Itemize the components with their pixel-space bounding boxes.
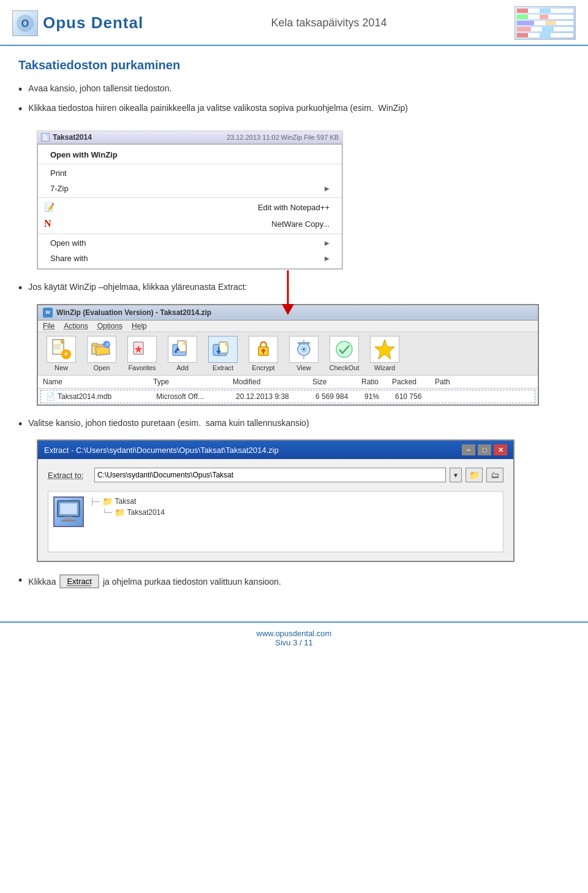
winzip-table-header: Name Type Modified Size Ratio Packed Pat… <box>38 376 538 389</box>
extract-dialog-screenshot: Extract - C:\Users\sydanti\Documents\Opu… <box>37 439 514 562</box>
col-header-path: Path <box>435 378 472 386</box>
wz-favorites-label: Favorites <box>128 364 156 371</box>
extract-title-text: Extract - C:\Users\sydanti\Documents\Opu… <box>44 446 279 455</box>
wz-btn-encrypt[interactable]: Encrypt <box>245 336 282 371</box>
instructions-list-3: • Valitse kansio, johon tiedosto puretaa… <box>18 418 570 431</box>
svg-text:+: + <box>64 350 68 359</box>
ctx-meta: 23.12.2013 11:02 WinZip File 597 KB <box>227 134 339 141</box>
footer-url: www.opusdental.com <box>12 629 576 638</box>
row-ratio: 91% <box>364 392 395 401</box>
extract-dialog-body: Extract to: ▼ 📁 🗂 ├─ <box>38 459 513 561</box>
wz-open-label: Open <box>94 364 110 371</box>
ctx-menu-print[interactable]: Print <box>38 165 342 181</box>
svg-marker-20 <box>184 341 186 344</box>
svg-marker-24 <box>225 342 228 346</box>
minimize-button[interactable]: − <box>462 444 475 455</box>
ctx-menu-netware[interactable]: N NetWare Copy... <box>38 215 342 232</box>
wz-btn-favorites[interactable]: Favorites <box>124 336 160 371</box>
svg-marker-36 <box>375 340 394 359</box>
bullet-icon-2: • <box>18 103 22 116</box>
winzip-screenshot-container: W WinZip (Evaluation Version) - Taksat20… <box>18 304 570 406</box>
instructions-list-4: • Klikkaa Extract ja ohjelma purkaa tied… <box>18 574 570 588</box>
logo-area: O Opus Dental <box>12 10 143 36</box>
notepad-icon: 📝 <box>44 202 55 212</box>
extract-to-label: Extract to: <box>48 471 91 480</box>
footer-page: Sivu 3 / 11 <box>12 638 576 647</box>
instruction-text-1: Avaa kansio, johon tallensit tiedoston. <box>28 83 172 93</box>
logo-icon: O <box>12 10 38 36</box>
svg-point-21 <box>175 351 177 353</box>
winzip-menu-actions[interactable]: Actions <box>64 322 88 330</box>
section-title: Taksatiedoston purkaminen <box>18 58 570 72</box>
wz-favorites-icon <box>127 336 157 363</box>
tree-folder-taksat2014: Taksat2014 <box>127 508 165 517</box>
winzip-app-icon: W <box>43 308 53 317</box>
ctx-menu-sharewith-label: Share with <box>50 254 88 263</box>
wz-new-icon: + <box>47 336 76 363</box>
col-header-modified: Modified <box>233 378 312 386</box>
ctx-menu-print-label: Print <box>50 169 67 178</box>
wz-view-icon <box>289 336 318 363</box>
svg-text:O: O <box>21 18 29 29</box>
ctx-menu-notepad[interactable]: 📝 Edit with Notepad++ <box>38 199 342 215</box>
wz-btn-wizard[interactable]: Wizard <box>366 336 403 371</box>
instruction-text-5: Klikkaa Extract ja ohjelma purkaa tiedos… <box>28 574 281 588</box>
table-row[interactable]: 📄 Taksat2014.mdb Microsoft Off... 20.12.… <box>40 390 535 403</box>
row-type: Microsoft Off... <box>156 392 236 401</box>
header-title: Kela taksapäivitys 2014 <box>271 17 387 29</box>
bullet-icon-4: • <box>18 418 22 431</box>
bullet-icon-5: • <box>18 574 22 588</box>
ctx-separator-2 <box>38 197 342 198</box>
ctx-menu-openwith[interactable]: Open with ▶ <box>38 235 342 251</box>
wz-open-icon: ↗ <box>87 336 116 363</box>
svg-rect-34 <box>298 342 310 344</box>
wz-btn-open[interactable]: ↗ Open <box>83 336 120 371</box>
ctx-file-icon: 📄 <box>41 133 50 142</box>
row-modified: 20.12.2013 9:38 <box>236 392 315 401</box>
close-button[interactable]: ✕ <box>494 444 507 455</box>
wz-view-label: View <box>296 364 311 371</box>
netware-n-icon: N <box>44 218 51 229</box>
ctx-titlebar: 📄 Taksat2014 23.12.2013 11:02 WinZip Fil… <box>37 131 342 144</box>
extract-inline-button[interactable]: Extract <box>59 574 99 588</box>
wz-wizard-icon <box>370 336 399 363</box>
extract-new-folder-button[interactable]: 🗂 <box>486 468 503 482</box>
red-arrow-annotation <box>263 267 312 316</box>
wz-checkout-label: CheckOut <box>330 364 360 371</box>
svg-marker-3 <box>282 304 294 315</box>
col-header-size: Size <box>312 378 361 386</box>
extract-browse-button[interactable]: 📁 <box>466 468 483 482</box>
wz-encrypt-label: Encrypt <box>252 364 274 371</box>
bullet-icon-1: • <box>18 83 22 97</box>
winzip-menu-help[interactable]: Help <box>132 322 147 330</box>
ctx-arrow-openwith: ▶ <box>325 240 330 246</box>
wz-btn-view[interactable]: View <box>285 336 322 371</box>
svg-rect-7 <box>54 344 61 346</box>
ctx-menu-open-winzip[interactable]: Open with WinZip <box>38 147 342 162</box>
maximize-button[interactable]: □ <box>478 444 491 455</box>
col-header-type: Type <box>153 378 233 386</box>
wz-btn-checkout[interactable]: CheckOut <box>326 336 363 371</box>
extract-dropdown-button[interactable]: ▼ <box>450 468 462 482</box>
winzip-menu-options[interactable]: Options <box>97 322 123 330</box>
svg-rect-40 <box>61 520 76 522</box>
wz-btn-new[interactable]: + New <box>43 336 80 371</box>
wz-btn-extract[interactable]: Extract <box>205 336 241 371</box>
wz-btn-add[interactable]: Add <box>164 336 201 371</box>
winzip-screenshot: W WinZip (Evaluation Version) - Taksat20… <box>37 304 539 406</box>
header-decorative-image <box>514 6 576 40</box>
ctx-menu-7zip[interactable]: 7-Zip ▶ <box>38 181 342 196</box>
extract-tree: ├─ 📁 Taksat └─ 📁 Taksat2014 <box>48 491 503 552</box>
instruction-item-2: • Klikkaa tiedostoa hiiren oikealla pain… <box>18 103 570 116</box>
wz-wizard-label: Wizard <box>374 364 395 371</box>
col-header-packed: Packed <box>392 378 435 386</box>
winzip-menubar: File Actions Options Help <box>38 321 538 332</box>
svg-point-31 <box>303 348 305 351</box>
winzip-title-text: WinZip (Evaluation Version) - Taksat2014… <box>56 308 211 317</box>
ctx-arrow-7zip: ▶ <box>325 185 330 192</box>
ctx-menu-sharewith[interactable]: Share with ▶ <box>38 251 342 266</box>
ctx-separator-1 <box>38 164 342 164</box>
row-packed: 610 756 <box>395 392 438 401</box>
extract-to-input[interactable] <box>94 468 446 482</box>
winzip-menu-file[interactable]: File <box>43 322 55 330</box>
